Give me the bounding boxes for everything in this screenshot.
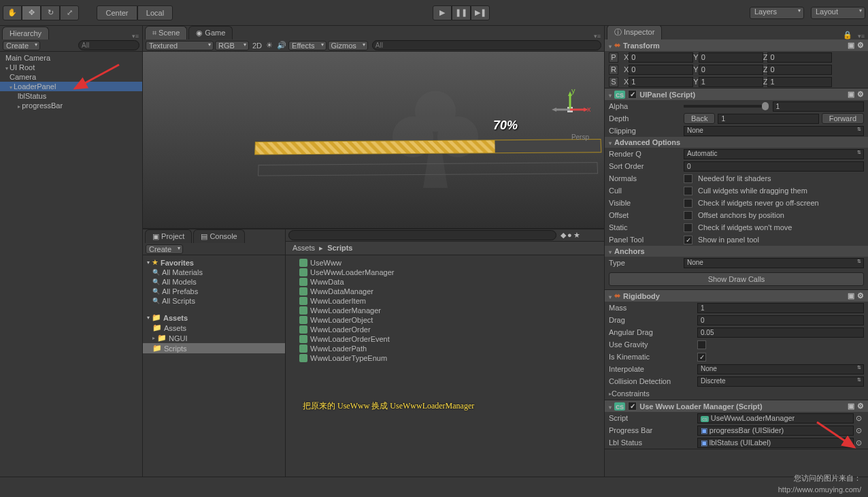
audio-toggle[interactable]: 🔊 [275, 41, 288, 50]
gizmos-dropdown[interactable]: Gizmos [328, 41, 368, 50]
project-create-dropdown[interactable]: Create [146, 244, 183, 254]
sortorder-field[interactable] [684, 161, 864, 172]
anchor-type-dropdown[interactable]: None [684, 258, 864, 268]
rot-y[interactable] [699, 65, 763, 75]
filter-icon[interactable]: ◆ [561, 231, 566, 240]
pause-button[interactable]: ❚❚ [452, 5, 471, 20]
folder-item[interactable]: ▸📁NGUI [143, 333, 285, 343]
scl-z[interactable] [767, 77, 832, 87]
folder-item[interactable]: 📁Assets [143, 323, 285, 333]
visible-checkbox[interactable] [684, 199, 692, 208]
panel-menu-icon[interactable]: ▾≡ [590, 33, 604, 39]
scl-y[interactable] [699, 77, 763, 87]
scene-tab[interactable]: ⌗ Scene [145, 26, 187, 39]
create-dropdown[interactable]: Create [3, 41, 40, 50]
gear-icon[interactable]: ⚙ [857, 402, 864, 411]
move-tool[interactable]: ✥ [22, 5, 41, 20]
script-component-header[interactable]: csUse Www Loader Manager (Script)▣⚙ [605, 400, 868, 412]
scl-x[interactable] [629, 77, 693, 87]
hand-tool[interactable]: ✋ [3, 5, 22, 20]
asset-file[interactable]: WwwLoaderOrder [286, 325, 604, 334]
lighting-toggle[interactable]: ☀ [264, 41, 275, 50]
breadcrumb-root[interactable]: Assets [293, 244, 315, 252]
cull-checkbox[interactable] [684, 187, 692, 195]
clipping-dropdown[interactable]: None [684, 126, 864, 136]
constraints-foldout[interactable]: Constraints [612, 389, 650, 398]
rot-x[interactable] [629, 65, 693, 75]
scene-viewport[interactable]: 70% y x Persp [143, 52, 604, 228]
mass-field[interactable] [697, 303, 864, 313]
gear-icon[interactable]: ⚙ [857, 90, 864, 99]
object-picker-icon[interactable]: ⊙ [854, 426, 864, 435]
help-icon[interactable]: ▣ [848, 402, 854, 411]
hierarchy-item[interactable]: ▸ progressBar [0, 101, 142, 110]
help-icon[interactable]: ▣ [848, 291, 854, 300]
pos-y[interactable] [699, 52, 763, 63]
panel-menu-icon[interactable]: ▾≡ [854, 33, 868, 39]
asset-file[interactable]: UseWww [286, 258, 604, 268]
alpha-value[interactable] [773, 101, 865, 112]
project-tab[interactable]: ▣ Project [145, 229, 192, 243]
draw-mode-dropdown[interactable]: Textured [146, 41, 214, 50]
normals-checkbox[interactable] [684, 174, 692, 183]
hierarchy-tab[interactable]: Hierarchy [2, 27, 49, 39]
hierarchy-item[interactable]: Camera [0, 72, 142, 82]
help-icon[interactable]: ▣ [848, 90, 854, 99]
breadcrumb-current[interactable]: Scripts [327, 244, 352, 252]
advanced-header[interactable]: Advanced Options [605, 137, 868, 148]
projection-label[interactable]: Persp [571, 133, 589, 141]
play-button[interactable]: ▶ [433, 5, 452, 20]
asset-file[interactable]: WwwLoaderManager [286, 306, 604, 315]
scale-tool[interactable]: ⤢ [60, 5, 79, 20]
lblstatus-ref[interactable]: ▣ lblStatus (UILabel) [697, 438, 854, 448]
asset-file[interactable]: WwwLoaderItem [286, 296, 604, 306]
favorite-item[interactable]: 🔍All Prefabs [143, 287, 285, 296]
hierarchy-item[interactable]: lblStatus [0, 91, 142, 101]
renderq-dropdown[interactable]: Automatic [684, 149, 864, 159]
gear-icon[interactable]: ⚙ [857, 291, 864, 300]
interpolate-dropdown[interactable]: None [697, 364, 864, 374]
favorite-item[interactable]: 🔍All Scripts [143, 296, 285, 306]
render-mode-dropdown[interactable]: RGB [215, 41, 249, 50]
filter-icon[interactable]: ★ [573, 231, 580, 240]
gear-icon[interactable]: ⚙ [857, 41, 864, 50]
scene-gizmo[interactable]: y x [550, 89, 590, 130]
angdrag-field[interactable] [697, 327, 864, 338]
hierarchy-item[interactable]: UI Root [0, 63, 142, 72]
static-checkbox[interactable] [684, 223, 692, 232]
pivot-local-toggle[interactable]: Local [137, 5, 173, 20]
depth-back-button[interactable]: Back [684, 113, 715, 124]
pos-z[interactable] [767, 52, 832, 63]
inspector-tab[interactable]: ⓘ Inspector [607, 26, 662, 39]
favorite-item[interactable]: 🔍All Models [143, 277, 285, 287]
asset-file[interactable]: WwwLoaderOrderEvent [286, 334, 604, 344]
help-icon[interactable]: ▣ [848, 41, 854, 50]
hierarchy-item-selected[interactable]: LoaderPanel [0, 82, 142, 91]
folder-item-selected[interactable]: 📁Scripts [143, 343, 285, 353]
favorites-header[interactable]: ▾★ Favorites [143, 257, 285, 268]
anchors-header[interactable]: Anchors [605, 246, 868, 257]
game-tab[interactable]: ◉ Game [188, 26, 233, 39]
hierarchy-item[interactable]: Main Camera [0, 53, 142, 63]
rot-z[interactable] [767, 65, 832, 75]
pos-x[interactable] [629, 52, 693, 63]
pivot-center-toggle[interactable]: Center [97, 5, 137, 20]
layers-dropdown[interactable]: Layers [750, 7, 804, 19]
asset-file[interactable]: UseWwwLoaderManager [286, 268, 604, 277]
asset-file[interactable]: WwwLoaderTypeEnum [286, 353, 604, 363]
transform-header[interactable]: ⬌Transform▣⚙ [605, 39, 868, 51]
assets-root[interactable]: ▾📁 Assets [143, 312, 285, 323]
favorite-item[interactable]: 🔍All Materials [143, 268, 285, 277]
object-picker-icon[interactable]: ⊙ [854, 414, 864, 423]
offset-checkbox[interactable] [684, 211, 692, 220]
step-button[interactable]: ▶❚ [471, 5, 490, 20]
gravity-checkbox[interactable] [697, 340, 706, 349]
kinematic-checkbox[interactable] [697, 353, 706, 362]
depth-forward-button[interactable]: Forward [822, 113, 864, 124]
object-picker-icon[interactable]: ⊙ [854, 438, 864, 447]
paneltool-checkbox[interactable] [684, 236, 692, 244]
collision-dropdown[interactable]: Discrete [697, 376, 864, 387]
filter-icon[interactable]: ● [567, 231, 572, 240]
scene-search[interactable] [372, 40, 601, 50]
lock-icon[interactable]: 🔒 [841, 31, 854, 39]
